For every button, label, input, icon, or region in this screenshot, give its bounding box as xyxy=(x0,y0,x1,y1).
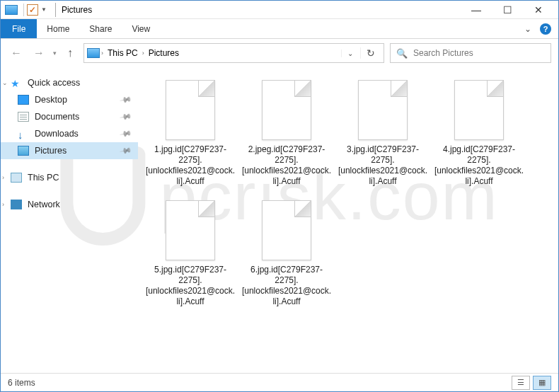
search-icon: 🔍 xyxy=(396,48,408,59)
sidebar-item-documents[interactable]: Documents📌 xyxy=(1,108,138,125)
file-icon xyxy=(262,200,311,260)
sidebar-label: Network xyxy=(28,200,60,209)
maximize-button[interactable]: ☐ xyxy=(492,1,523,19)
file-item[interactable]: 6.jpg.id[C279F237-2275].[unlockfiles2021… xyxy=(238,196,335,316)
pic-icon xyxy=(18,146,29,156)
file-name: 2.jpeg.id[C279F237-2275].[unlockfiles202… xyxy=(241,144,332,187)
tab-view[interactable]: View xyxy=(122,19,160,38)
history-dropdown[interactable]: ▾ xyxy=(53,50,57,57)
desktop-icon xyxy=(18,95,29,105)
file-item[interactable]: 1.jpg.id[C279F237-2275].[unlockfiles2021… xyxy=(142,76,238,196)
search-placeholder: Search Pictures xyxy=(413,48,473,58)
close-button[interactable]: ✕ xyxy=(523,1,554,19)
pin-icon: 📌 xyxy=(120,144,133,158)
sidebar-item-label: Pictures xyxy=(35,146,67,156)
file-name: 5.jpg.id[C279F237-2275].[unlockfiles2021… xyxy=(145,265,236,307)
search-input[interactable]: 🔍 Search Pictures xyxy=(390,43,551,63)
forward-button[interactable]: → xyxy=(30,45,47,62)
sidebar-item-label: Downloads xyxy=(35,129,79,139)
tab-home[interactable]: Home xyxy=(37,19,79,38)
sidebar-item-desktop[interactable]: Desktop📌 xyxy=(1,91,138,108)
pin-icon: 📌 xyxy=(120,93,133,107)
file-tab[interactable]: File xyxy=(1,19,37,38)
file-item[interactable]: 5.jpg.id[C279F237-2275].[unlockfiles2021… xyxy=(142,196,238,316)
star-icon: ★ xyxy=(11,78,22,88)
expand-ribbon-button[interactable]: ⌄ xyxy=(524,24,531,34)
qat-dropdown[interactable]: ▼ xyxy=(41,6,47,13)
title-bar: ✓ ▼ Pictures ― ☐ ✕ xyxy=(1,1,558,19)
file-name: 4.jpg.id[C279F237-2275].[unlockfiles2021… xyxy=(434,144,524,187)
location-icon xyxy=(87,48,100,58)
file-icon xyxy=(166,80,215,140)
qat-properties-button[interactable]: ✓ xyxy=(27,4,38,16)
tab-share[interactable]: Share xyxy=(79,19,122,38)
file-list[interactable]: 1.jpg.id[C279F237-2275].[unlockfiles2021… xyxy=(138,67,558,373)
expand-icon[interactable]: › xyxy=(2,201,4,208)
details-view-button[interactable]: ☰ xyxy=(512,376,530,390)
window-title: Pictures xyxy=(62,5,92,15)
pin-icon: 📌 xyxy=(120,127,133,141)
file-name: 1.jpg.id[C279F237-2275].[unlockfiles2021… xyxy=(145,144,236,187)
pc-icon xyxy=(11,173,22,183)
status-bar: 6 items ☰ ▦ xyxy=(1,373,558,391)
sidebar-label: Quick access xyxy=(28,78,80,88)
app-icon xyxy=(5,5,18,15)
file-icon xyxy=(262,80,311,140)
ribbon-tabs: File Home Share View ⌄ ? xyxy=(1,19,558,39)
doc-icon xyxy=(18,112,29,122)
file-item[interactable]: 3.jpg.id[C279F237-2275].[unlockfiles2021… xyxy=(335,76,431,196)
sidebar-item-label: Documents xyxy=(35,112,79,122)
file-name: 3.jpg.id[C279F237-2275].[unlockfiles2021… xyxy=(338,144,428,187)
separator xyxy=(55,3,56,17)
file-name: 6.jpg.id[C279F237-2275].[unlockfiles2021… xyxy=(241,265,332,307)
minimize-button[interactable]: ― xyxy=(461,1,492,19)
navigation-pane: ⌄ ★ Quick access Desktop📌Documents📌↓Down… xyxy=(1,67,138,373)
sidebar-quick-access[interactable]: ⌄ ★ Quick access xyxy=(1,74,138,91)
sidebar-item-label: Desktop xyxy=(35,95,67,105)
dl-icon: ↓ xyxy=(18,129,29,139)
navigation-bar: ← → ▾ ↑ › This PC › Pictures ⌄ ↻ 🔍 Searc… xyxy=(1,39,558,67)
breadcrumb-pictures[interactable]: Pictures xyxy=(146,48,182,58)
pin-icon: 📌 xyxy=(120,110,133,124)
help-button[interactable]: ? xyxy=(540,23,551,35)
chevron-right-icon: › xyxy=(142,50,144,57)
sidebar-network[interactable]: › Network xyxy=(1,196,138,213)
breadcrumb-this-pc[interactable]: This PC xyxy=(105,48,141,58)
sidebar-item-pictures[interactable]: Pictures📌 xyxy=(1,142,138,159)
item-count: 6 items xyxy=(8,378,35,388)
network-icon xyxy=(11,200,22,209)
refresh-button[interactable]: ↻ xyxy=(360,47,381,59)
file-icon xyxy=(358,80,408,140)
chevron-right-icon: › xyxy=(101,50,103,57)
separator xyxy=(23,4,24,16)
address-dropdown[interactable]: ⌄ xyxy=(341,50,359,57)
expand-icon[interactable]: › xyxy=(2,174,4,181)
collapse-icon[interactable]: ⌄ xyxy=(2,79,8,86)
file-item[interactable]: 4.jpg.id[C279F237-2275].[unlockfiles2021… xyxy=(431,76,527,196)
sidebar-item-downloads[interactable]: ↓Downloads📌 xyxy=(1,125,138,142)
file-icon xyxy=(166,200,215,260)
sidebar-label: This PC xyxy=(28,173,59,183)
address-bar[interactable]: › This PC › Pictures ⌄ ↻ xyxy=(83,43,384,63)
back-button[interactable]: ← xyxy=(8,45,25,62)
file-icon xyxy=(454,80,504,140)
up-button[interactable]: ↑ xyxy=(62,45,78,61)
file-item[interactable]: 2.jpeg.id[C279F237-2275].[unlockfiles202… xyxy=(238,76,335,196)
sidebar-this-pc[interactable]: › This PC xyxy=(1,169,138,186)
thumbnails-view-button[interactable]: ▦ xyxy=(533,376,551,390)
